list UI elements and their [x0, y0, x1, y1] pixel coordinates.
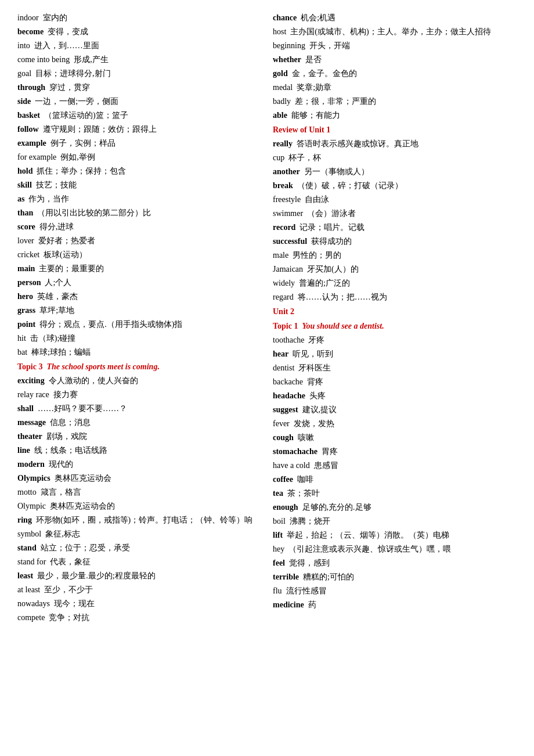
vocabulary-entry: stomachache 胃疼 [273, 445, 517, 458]
section-header: Review of Unit 1 [273, 124, 517, 136]
vocabulary-entry: toothache 牙疼 [273, 334, 517, 346]
word: feel [273, 559, 285, 567]
vocabulary-entry: become 变得，变成 [17, 26, 261, 38]
definition: 流行性感冒 [282, 586, 327, 595]
word: break [273, 181, 293, 190]
word: modern [17, 460, 45, 469]
vocabulary-entry: hey （引起注意或表示兴趣、惊讶或生气）嘿，喂 [273, 543, 517, 555]
word: example [17, 139, 46, 147]
definition: 获得成功的 [307, 237, 352, 246]
definition: 机会;机遇 [297, 13, 335, 22]
definition: 象征,标志 [41, 530, 80, 538]
definition: 得分,进球 [35, 222, 74, 231]
vocabulary-entry: than （用以引出比较的第二部分）比 [17, 207, 261, 219]
word: side [17, 97, 31, 106]
definition: 自由泳 [301, 195, 329, 204]
word: grass [17, 306, 35, 315]
vocabulary-entry: theater 剧场，戏院 [17, 430, 261, 442]
word: lift [273, 531, 283, 539]
vocabulary-entry: example 例子，实例；样品 [17, 137, 261, 149]
definition: 沸腾；烧开 [286, 517, 330, 525]
vocabulary-entry: suggest 建议,提议 [273, 404, 517, 416]
word: message [17, 418, 46, 427]
vocabulary-entry: come into being 形成,产生 [17, 53, 261, 66]
word: fever [273, 419, 290, 428]
definition: （会）游泳者 [303, 209, 356, 218]
definition: 穿过，贯穿 [45, 83, 90, 92]
definition: 线；线条；电话线路 [30, 446, 107, 455]
word: beginning [273, 41, 305, 50]
vocabulary-entry: through 穿过，贯穿 [17, 81, 261, 93]
vocabulary-entry: least 最少，最少量.最少的;程度最轻的 [17, 570, 261, 582]
vocabulary-entry: for example 例如,举例 [17, 151, 261, 163]
vocabulary-entry: follow 遵守规则；跟随；效仿；跟得上 [17, 123, 261, 135]
word: goal [17, 69, 31, 78]
vocabulary-entry: compete 竞争；对抗 [17, 611, 261, 624]
word: Jamaican [273, 265, 303, 273]
word: Olympic [17, 502, 46, 510]
vocabulary-entry: cup 杯子，杯 [273, 152, 517, 164]
vocabulary-entry: another 另一（事物或人） [273, 165, 517, 178]
page-container: indoor 室内的become 变得，变成into 进入，到……里面come … [17, 12, 517, 625]
definition: 草坪;草地 [35, 306, 74, 315]
definition: 例如,举例 [56, 153, 95, 161]
word: enough [273, 503, 298, 512]
vocabulary-entry: side 一边，一侧;一旁，侧面 [17, 95, 261, 107]
definition: 环形物(如环，圈，戒指等)；铃声。打电话；（钟、铃等）响 [32, 516, 252, 524]
definition: 得分；观点，要点.（用手指头或物体)指 [35, 320, 182, 329]
vocabulary-entry: backache 背疼 [273, 376, 517, 388]
vocabulary-entry: widely 普遍的;广泛的 [273, 277, 517, 289]
vocabulary-entry: Olympics 奥林匹克运动会 [17, 472, 261, 484]
word: whether [273, 55, 301, 64]
word: stomachache [273, 447, 317, 456]
definition: 至少，不少于 [40, 585, 93, 594]
word: another [273, 167, 300, 176]
word: hey [273, 545, 284, 553]
vocabulary-entry: as 作为，当作 [17, 193, 261, 205]
word: dentist [273, 363, 294, 372]
definition: 记录；唱片。记载 [295, 223, 365, 232]
vocabulary-entry: shall ……好吗？要不要……？ [17, 402, 261, 415]
vocabulary-entry: motto 箴言，格言 [17, 486, 261, 498]
vocabulary-entry: male 男性的；男的 [273, 249, 517, 261]
definition: 头疼 [305, 391, 326, 400]
definition: 是否 [301, 55, 322, 64]
word: least [17, 571, 33, 580]
word: bat [17, 348, 27, 357]
vocabulary-entry: badly 差；很，非常；严重的 [273, 95, 517, 107]
definition: 主办国(或城市、机构)；主人。举办，主办；做主人招待 [286, 27, 490, 36]
word: able [273, 111, 287, 120]
vocabulary-entry: record 记录；唱片。记载 [273, 221, 517, 233]
word: toothache [273, 336, 304, 344]
definition: 信息；消息 [46, 418, 91, 427]
definition: 接力赛 [49, 390, 78, 399]
vocabulary-entry: fever 发烧，发热 [273, 417, 517, 430]
vocabulary-entry: hear 听见，听到 [273, 348, 517, 360]
vocabulary-entry: hero 英雄，豪杰 [17, 290, 261, 303]
definition: 例子，实例；样品 [46, 139, 116, 147]
word: nowadays [17, 599, 50, 608]
word: basket [17, 111, 40, 120]
section-header: Unit 2 [273, 305, 517, 318]
definition: 人;个人 [41, 278, 71, 287]
word: male [273, 251, 288, 260]
definition: 变得，变成 [44, 27, 88, 36]
vocabulary-entry: really 答语时表示感兴趣或惊讶。真正地 [273, 138, 517, 150]
vocabulary-entry: beginning 开头，开端 [273, 39, 517, 52]
word: relay race [17, 390, 49, 399]
word: badly [273, 97, 291, 106]
definition: 进入，到……里面 [30, 41, 99, 50]
vocabulary-entry: enough 足够的,充分的.足够 [273, 501, 517, 513]
vocabulary-entry: terrible 糟糕的;可怕的 [273, 571, 517, 583]
word: skill [17, 181, 32, 189]
vocabulary-entry: stand 站立；位于；忍受，承受 [17, 542, 261, 554]
vocabulary-entry: able 能够；有能力 [273, 109, 517, 121]
definition: （用以引出比较的第二部分）比 [33, 208, 151, 217]
word: follow [17, 125, 39, 134]
definition: （引起注意或表示兴趣、惊讶或生气）嘿，喂 [284, 545, 451, 553]
word: score [17, 222, 35, 231]
vocabulary-entry: score 得分,进球 [17, 221, 261, 233]
definition: 一边，一侧;一旁，侧面 [31, 97, 118, 106]
section-header2: Topic 1 You should see a dentist. [273, 320, 517, 332]
word: cup [273, 153, 284, 162]
